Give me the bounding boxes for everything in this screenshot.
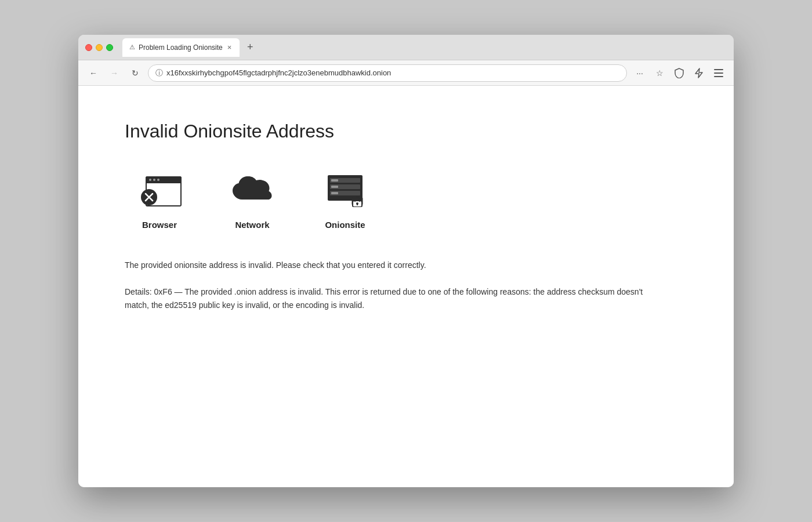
forward-button[interactable]: → <box>106 65 122 81</box>
svg-point-7 <box>157 179 160 181</box>
browser-window: ⚠ Problem Loading Onionsite × + ← → ↻ ⓘ … <box>78 35 734 487</box>
nav-right-icons: ··· ☆ <box>632 65 727 81</box>
svg-rect-17 <box>331 186 338 188</box>
active-tab[interactable]: ⚠ Problem Loading Onionsite × <box>122 38 240 57</box>
onionsite-icon-item: Onionsite <box>322 171 368 230</box>
back-button[interactable]: ← <box>85 65 102 81</box>
lightning-button[interactable] <box>691 65 707 81</box>
network-icon-item: Network <box>229 171 276 230</box>
more-button[interactable]: ··· <box>632 65 648 81</box>
svg-rect-0 <box>714 69 723 70</box>
reload-button[interactable]: ↻ <box>127 65 143 81</box>
address-text: x16fxxskirhybchgpof45flgctadrphjfnc2jclz… <box>166 68 619 77</box>
tab-bar: ⚠ Problem Loading Onionsite × + <box>122 38 727 57</box>
network-icon <box>229 171 276 212</box>
svg-rect-16 <box>331 179 338 182</box>
network-label: Network <box>235 220 269 230</box>
svg-rect-2 <box>714 76 723 77</box>
menu-button[interactable] <box>710 65 727 81</box>
browser-label: Browser <box>142 220 177 230</box>
new-tab-button[interactable]: + <box>242 39 258 56</box>
page-title: Invalid Onionsite Address <box>125 121 687 142</box>
svg-rect-18 <box>331 192 338 194</box>
maximize-button[interactable] <box>106 44 113 51</box>
svg-rect-24 <box>357 204 358 205</box>
title-bar: ⚠ Problem Loading Onionsite × + <box>78 35 734 60</box>
error-details: Details: 0xF6 — The provided .onion addr… <box>125 285 647 311</box>
browser-icon <box>136 171 183 212</box>
shield-button[interactable] <box>671 65 687 81</box>
address-info-icon: ⓘ <box>155 68 163 78</box>
error-description: The provided onionsite address is invali… <box>125 259 647 271</box>
address-bar[interactable]: ⓘ x16fxxskirhybchgpof45flgctadrphjfnc2jc… <box>148 64 627 82</box>
close-button[interactable] <box>85 44 92 51</box>
bookmark-button[interactable]: ☆ <box>651 65 668 81</box>
tab-warning-icon: ⚠ <box>129 44 135 51</box>
svg-rect-1 <box>714 72 723 74</box>
svg-point-6 <box>153 179 155 181</box>
nav-bar: ← → ↻ ⓘ x16fxxskirhybchgpof45flgctadrphj… <box>78 60 734 86</box>
browser-icon-item: Browser <box>136 171 183 230</box>
onionsite-label: Onionsite <box>325 220 365 230</box>
tab-close-button[interactable]: × <box>226 43 233 52</box>
tab-title: Problem Loading Onionsite <box>139 44 223 52</box>
icons-row: Browser Network <box>125 171 687 230</box>
minimize-button[interactable] <box>96 44 103 51</box>
page-content: Invalid Onionsite Address <box>78 86 734 487</box>
svg-point-5 <box>149 179 151 181</box>
onionsite-icon <box>322 171 368 212</box>
traffic-lights <box>85 44 113 51</box>
